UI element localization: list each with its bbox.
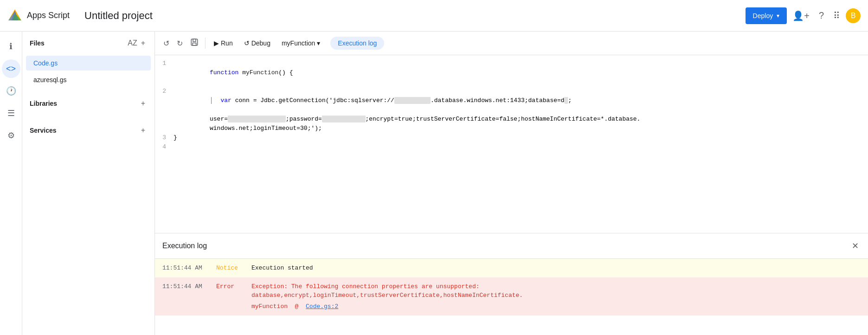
deploy-chevron-icon: ▾ [777,13,779,19]
line-number-2-cont [155,115,174,124]
sort-files-button[interactable]: AZ [126,37,139,49]
exec-log-entry-error: 11:51:44 AM Error Exception: The followi… [155,277,868,316]
line-content-3: } [174,133,868,142]
app-name: Apps Script [27,11,70,20]
run-play-icon: ▶ [214,39,219,47]
exec-error-message-block: Exception: The following connection prop… [251,282,861,311]
services-title: Services [30,127,139,134]
execution-log-title: Execution log [162,242,850,250]
logo: Apps Script [7,8,70,23]
line-number-2: 2 [155,87,174,115]
exec-error-main-message: Exception: The following connection prop… [251,282,861,300]
svg-rect-4 [193,43,196,45]
line-content-2-cont: user=████████████████;password=█████████… [174,115,868,124]
exec-error-time: 11:51:44 AM [162,282,209,311]
help-icon: ? [819,10,824,21]
sort-az-icon: AZ [128,39,137,47]
code-line-2-cont2: windows.net;loginTimeout=30;'); [155,124,868,133]
redo-button[interactable]: ↻ [174,36,186,51]
editor-toolbar: ↺ ↻ ▶ Run ↺ Debug [155,32,868,55]
function-selector-chevron-icon: ▾ [317,39,320,47]
exec-notice-level: Notice [216,264,244,273]
exec-error-link[interactable]: Code.gs:2 [306,303,338,310]
avatar[interactable]: B [846,8,861,23]
exec-log-entry-notice: 11:51:44 AM Notice Execution started [155,259,868,277]
apps-grid-icon: ⠿ [833,10,840,21]
header: Apps Script Untitled project Deploy ▾ 👤+… [0,0,868,32]
debug-button[interactable]: ↺ Debug [239,37,275,50]
file-item-azuresql-gs[interactable]: azuresql.gs [26,72,151,87]
save-icon [190,38,199,48]
code-editor[interactable]: 1 function myFunction() { 2 │ var conn =… [155,55,868,233]
exec-error-trace: myFunction @ Code.gs:2 [251,302,861,311]
libraries-title: Libraries [30,100,139,107]
add-service-icon: + [141,126,145,135]
add-file-icon: + [141,39,145,47]
files-header: Files AZ + [22,32,154,55]
code-line-4: 4 [155,142,868,152]
debug-icon: ↺ [244,39,250,47]
undo-icon: ↺ [163,39,169,48]
file-panel: Files AZ + Code.gs azuresql.gs Libraries… [22,32,155,335]
save-button[interactable] [187,35,201,51]
add-user-button[interactable]: 👤+ [789,6,813,25]
exec-error-level: Error [216,282,244,311]
line-content-2: │ var conn = Jdbc.getConnection('jdbc:sq… [174,87,868,115]
code-line-2-cont: user=████████████████;password=█████████… [155,115,868,124]
deploy-button[interactable]: Deploy ▾ [746,7,787,24]
files-title: Files [30,39,126,47]
sidebar-item-settings[interactable]: ⚙ [2,126,20,145]
add-library-icon: + [141,99,145,108]
add-library-button[interactable]: + [139,97,147,110]
execution-log-close-button[interactable]: ✕ [850,239,861,253]
add-file-button[interactable]: + [139,37,147,49]
code-icon: <> [6,64,16,74]
clock-icon: 🕐 [6,86,16,96]
line-number-2-cont2 [155,124,174,133]
sidebar-icons: ℹ <> 🕐 ☰ ⚙ [0,32,22,335]
function-selector[interactable]: myFunction ▾ [277,37,325,50]
add-user-icon: 👤+ [792,10,810,21]
info-icon: ℹ [9,41,13,52]
help-button[interactable]: ? [815,6,828,25]
line-number-3: 3 [155,133,174,142]
project-name: Untitled project [84,10,153,22]
line-content-2-cont2: windows.net;loginTimeout=30;'); [174,124,868,133]
toolbar-separator-1 [205,38,206,49]
run-button[interactable]: ▶ Run [209,37,238,50]
exec-notice-time: 11:51:44 AM [162,264,209,273]
line-number-4: 4 [155,142,174,152]
line-number-1: 1 [155,59,174,87]
list-icon: ☰ [7,108,15,118]
line-content-4 [174,142,868,152]
settings-icon: ⚙ [7,130,15,141]
redo-icon: ↻ [177,39,183,48]
svg-rect-3 [193,39,196,41]
sidebar-item-info[interactable]: ℹ [2,37,20,56]
code-line-2: 2 │ var conn = Jdbc.getConnection('jdbc:… [155,87,868,115]
services-section-header: Services + [22,119,154,142]
add-service-button[interactable]: + [139,124,147,136]
code-line-1: 1 function myFunction() { [155,59,868,87]
sidebar-item-code[interactable]: <> [2,59,20,78]
exec-notice-message: Execution started [251,264,861,273]
file-item-code-gs[interactable]: Code.gs [26,56,151,71]
svg-rect-2 [191,39,198,45]
execution-log-button[interactable]: Execution log [330,37,384,50]
libraries-section-header: Libraries + [22,92,154,115]
undo-button[interactable]: ↺ [161,36,172,51]
sidebar-item-executions[interactable]: ☰ [2,104,20,122]
sidebar-item-triggers[interactable]: 🕐 [2,82,20,100]
main-layout: ℹ <> 🕐 ☰ ⚙ Files AZ + Code.gs az [0,32,868,335]
close-icon: ✕ [852,241,859,251]
apps-script-logo-icon [7,8,22,23]
code-line-3: 3 } [155,133,868,142]
line-content-1: function myFunction() { [174,59,868,87]
execution-log-panel: Execution log ✕ 11:51:44 AM Notice Execu… [155,233,868,335]
apps-grid-button[interactable]: ⠿ [829,6,844,25]
execution-log-header: Execution log ✕ [155,233,868,259]
editor-area: ↺ ↻ ▶ Run ↺ Debug [155,32,868,335]
